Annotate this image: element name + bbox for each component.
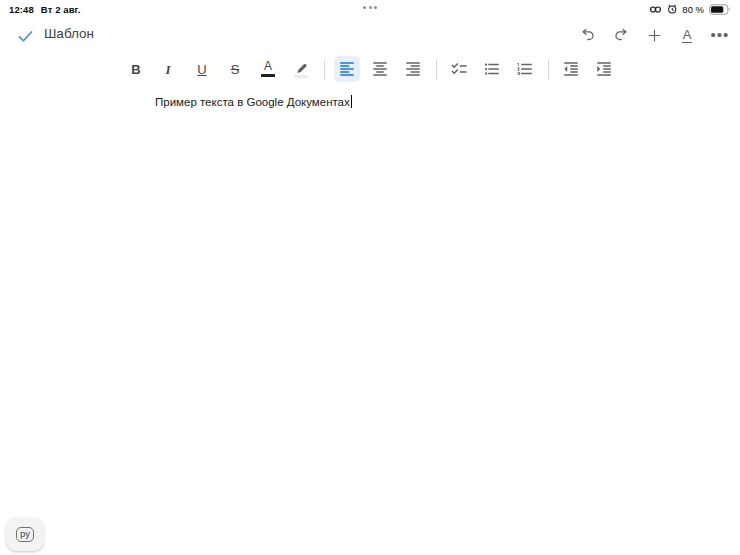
check-icon [17, 29, 34, 44]
text-color-button[interactable]: A [255, 56, 281, 82]
redo-icon [612, 26, 630, 44]
outdent-button[interactable] [558, 56, 584, 82]
document-text[interactable]: Пример текста в Google Документах [155, 95, 352, 108]
text-cursor [351, 95, 353, 108]
numbered-list-button[interactable] [512, 56, 538, 82]
status-icons: 80 % [649, 4, 731, 15]
bold-button[interactable]: B [123, 56, 149, 82]
checklist-icon [450, 60, 468, 78]
align-center-button[interactable] [367, 56, 393, 82]
align-left-icon [338, 60, 356, 78]
more-icon: ••• [711, 30, 730, 40]
format-toolbar: B I U S A [0, 55, 740, 83]
text-format-button[interactable]: A [675, 22, 699, 48]
strikethrough-button[interactable]: S [222, 56, 248, 82]
checklist-button[interactable] [446, 56, 472, 82]
highlight-color-button[interactable] [288, 56, 314, 82]
insert-button[interactable] [642, 22, 666, 48]
undo-button[interactable] [576, 22, 600, 48]
hotspot-icon [649, 5, 662, 14]
battery-percent: 80 % [682, 4, 704, 15]
outdent-icon [562, 60, 580, 78]
underline-icon: U [197, 63, 206, 76]
align-right-button[interactable] [400, 56, 426, 82]
numbered-list-icon [516, 60, 534, 78]
format-a-icon: A [682, 28, 693, 43]
status-bar: 12:48 Вт 2 авг. 80 % [0, 0, 740, 17]
redo-button[interactable] [609, 22, 633, 48]
indent-icon [595, 60, 613, 78]
align-center-icon [371, 60, 389, 78]
status-time-date: 12:48 Вт 2 авг. [9, 4, 80, 15]
plus-icon [646, 27, 663, 44]
toolbar-divider [324, 59, 325, 80]
align-left-button[interactable] [334, 56, 360, 82]
bold-icon: B [131, 63, 140, 76]
doc-header: Шаблон [0, 21, 740, 49]
more-menu-button[interactable]: ••• [708, 22, 732, 48]
text-color-icon: A [261, 61, 275, 77]
done-check-button[interactable] [12, 24, 38, 48]
align-right-icon [404, 60, 422, 78]
status-time: 12:48 [9, 4, 34, 15]
indent-button[interactable] [591, 56, 617, 82]
bulleted-list-icon [483, 60, 501, 78]
italic-button[interactable]: I [156, 56, 182, 82]
underline-button[interactable]: U [189, 56, 215, 82]
keyboard-language-button[interactable]: ру [6, 518, 44, 551]
strikethrough-icon: S [231, 63, 240, 76]
header-actions: A ••• [576, 21, 732, 49]
multitasking-dots-icon[interactable] [363, 6, 377, 9]
status-date: Вт 2 авг. [41, 4, 81, 15]
alarm-icon [667, 4, 678, 15]
battery-icon [709, 4, 731, 15]
highlighter-icon [294, 61, 309, 78]
toolbar-divider [548, 59, 549, 80]
undo-icon [579, 26, 597, 44]
document-text-content: Пример текста в Google Документах [155, 96, 350, 108]
document-title[interactable]: Шаблон [44, 26, 94, 41]
toolbar-divider [436, 59, 437, 80]
bulleted-list-button[interactable] [479, 56, 505, 82]
italic-icon: I [165, 63, 172, 76]
keyboard-language-label: ру [16, 527, 35, 542]
